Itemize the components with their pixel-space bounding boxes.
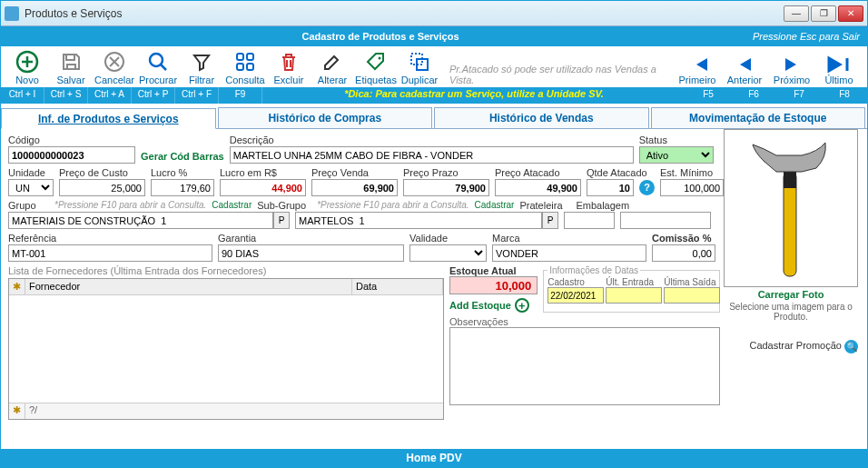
next-icon (778, 55, 805, 75)
comissao-input[interactable] (652, 244, 715, 262)
grupo-lookup-button[interactable]: P (273, 212, 290, 229)
star-column[interactable]: ✱ (9, 279, 25, 294)
pprazo-input[interactable] (403, 179, 489, 196)
svg-rect-11 (247, 64, 253, 70)
unidade-select[interactable]: UN (8, 179, 54, 196)
photo-panel: Carregar Foto Selecione uma imagem para … (724, 129, 858, 353)
duplicar-button[interactable]: Duplicar (399, 50, 440, 85)
photo-hint: Selecione uma imagem para o Produto. (724, 302, 858, 322)
add-estoque-button[interactable]: Add Estoque + (449, 298, 538, 313)
search-icon (145, 50, 171, 74)
gerar-codbarras-link[interactable]: Gerar Cód Barras (141, 151, 224, 164)
label-descricao: Descrição (230, 134, 634, 145)
tab-vendas[interactable]: Histórico de Vendas (434, 107, 649, 128)
pvenda-input[interactable] (311, 179, 398, 196)
tab-estoque[interactable]: Movimentação de Estoque (651, 107, 866, 128)
data-ultsaida-input[interactable] (664, 287, 720, 304)
trash-icon (276, 50, 301, 74)
cancelar-button[interactable]: Cancelar (94, 50, 135, 85)
suppliers-body[interactable] (9, 295, 443, 403)
filter-icon (189, 50, 214, 74)
referencia-input[interactable] (8, 244, 212, 262)
proximo-button[interactable]: Próximo (769, 55, 814, 85)
svg-point-12 (379, 57, 381, 60)
pcusto-input[interactable] (59, 179, 145, 196)
anterior-button[interactable]: Anterior (722, 55, 767, 85)
data-column[interactable]: Data (352, 279, 443, 294)
grupo-input[interactable] (8, 212, 273, 229)
app-icon (5, 6, 19, 21)
dates-fieldset: Informações de Datas Cadastro Últ. Entra… (543, 265, 720, 313)
status-select[interactable]: Ativo (639, 146, 714, 164)
label-embalagem: Embalagem (576, 200, 635, 211)
first-icon (684, 55, 711, 75)
window-title: Produtos e Serviços (25, 7, 784, 20)
shortcut-bar: Ctrl + I Ctrl + S Ctrl + A Ctrl + P Ctrl… (1, 87, 867, 104)
novo-button[interactable]: Novo (6, 50, 48, 85)
cadastrar-promocao-button[interactable]: Cadastrar Promoção 🔍 (724, 340, 858, 353)
filtrar-button[interactable]: Filtrar (181, 50, 222, 85)
tab-info[interactable]: Inf. de Produtos e Serviços (1, 108, 216, 129)
etiquetas-button[interactable]: Etiquetas (355, 50, 397, 85)
carregar-foto-button[interactable]: Carregar Foto (724, 289, 858, 300)
marca-input[interactable] (492, 244, 646, 262)
grid-icon (232, 50, 258, 74)
obs-textarea[interactable] (449, 327, 720, 405)
hammer-icon (736, 135, 845, 281)
excluir-button[interactable]: Excluir (268, 50, 310, 85)
estmin-input[interactable] (660, 179, 724, 196)
descricao-input[interactable] (230, 146, 634, 164)
embalagem-input[interactable] (620, 212, 711, 229)
svg-rect-16 (784, 172, 796, 188)
lucropct-input[interactable] (151, 179, 214, 196)
qtdeatacado-input[interactable] (587, 179, 634, 196)
service-tip: *Dica: Para cadastrar um Serviço, utiliz… (262, 87, 686, 104)
label-comissao: Comissão % (652, 233, 715, 244)
consulta-button[interactable]: Consulta (224, 50, 266, 85)
last-icon (825, 55, 853, 75)
fornecedor-column[interactable]: Fornecedor (25, 279, 352, 294)
label-cadastro: Cadastro (547, 277, 604, 287)
maximize-button[interactable]: ❐ (811, 5, 836, 22)
toolbar: Novo Salvar Cancelar Procurar Filtrar Co… (1, 46, 867, 87)
codigo-input[interactable] (8, 146, 135, 164)
form-area: Código Gerar Cód Barras Descrição Status… (1, 129, 867, 429)
shortcut-f5: F5 (686, 87, 731, 104)
data-cadastro-input[interactable] (547, 287, 604, 304)
label-listaforn: Lista de Fornecedores (Última Entrada do… (8, 265, 444, 276)
label-qtdeatacado: Qtde Atacado (587, 167, 634, 178)
ultimo-button[interactable]: Último (816, 55, 862, 85)
plus-icon (15, 50, 40, 74)
procurar-button[interactable]: Procurar (137, 50, 179, 85)
cadastrar-grupo-link[interactable]: Cadastrar (212, 200, 252, 212)
close-button[interactable]: ✕ (838, 5, 863, 22)
help-icon[interactable]: ? (639, 180, 655, 195)
cancel-icon (102, 50, 127, 74)
f10-hint-grupo: *Pressione F10 para abrir a Consulta. (54, 200, 206, 212)
label-pprazo: Preço Prazo (403, 167, 489, 178)
svg-rect-9 (247, 54, 253, 60)
prateleira-input[interactable] (564, 212, 615, 229)
cadastrar-subgrupo-link[interactable]: Cadastrar (475, 200, 515, 212)
shortcut-novo: Ctrl + I (1, 87, 44, 104)
label-marca: Marca (492, 233, 646, 244)
patacado-input[interactable] (495, 179, 581, 196)
subgrupo-input[interactable] (295, 212, 542, 229)
validade-select[interactable] (409, 244, 487, 262)
status-bar: Home PDV (1, 449, 867, 467)
primeiro-button[interactable]: Primeiro (675, 55, 720, 85)
garantia-input[interactable] (218, 244, 404, 262)
label-subgrupo: Sub-Grupo (257, 200, 311, 211)
alterar-button[interactable]: Alterar (311, 50, 353, 85)
label-obs: Observações (449, 316, 720, 327)
minimize-button[interactable]: — (784, 5, 809, 22)
subgrupo-lookup-button[interactable]: P (542, 212, 558, 229)
label-prateleira: Prateleira (519, 200, 570, 211)
label-ultsaida: Última Saída (664, 277, 720, 287)
lucrors-input[interactable] (220, 179, 306, 196)
esc-hint: Pressione Esc para Sair (753, 31, 860, 42)
label-unidade: Unidade (8, 167, 54, 178)
data-ultentrada-input[interactable] (606, 287, 662, 304)
tab-compras[interactable]: Histórico de Compras (218, 107, 433, 128)
salvar-button[interactable]: Salvar (50, 50, 92, 85)
